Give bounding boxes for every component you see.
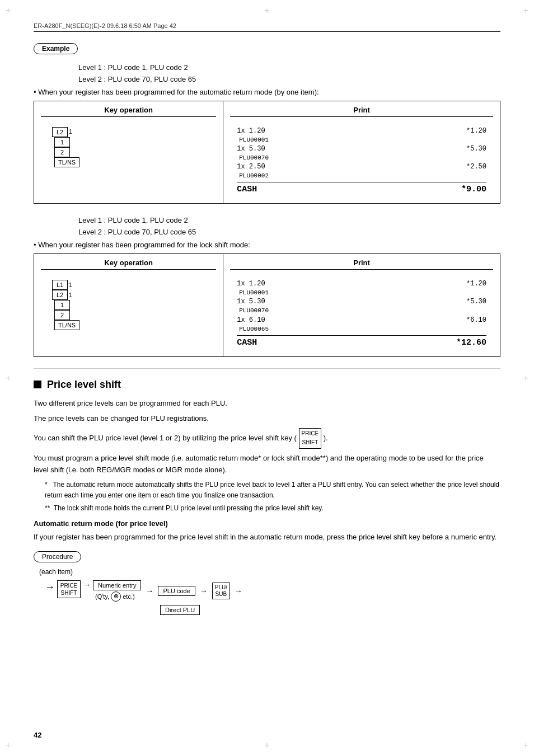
example2-level2: Level 2 : PLU code 70, PLU code 65 [78,227,500,238]
center-mark-bottom: + [264,740,269,750]
price-level-shift-heading: Price level shift [34,379,500,391]
note2: ** The lock shift mode holds the current… [45,503,500,514]
lock-num2: 2 [54,310,70,320]
direct-plu-box: Direct PLU [160,605,200,615]
key-sub2: 2 [54,147,70,157]
each-item-text: (each item) [39,568,500,576]
flow-arrow3: → [200,586,208,595]
receipt-line-3: 1x 2.50 *2.50 PLU00002 [237,162,486,180]
receipt-line-3-main: 1x 2.50 *2.50 [237,162,486,172]
lock-receipt-line-2-main: 1x 5.30 *5.30 [237,297,486,307]
black-square-icon [34,381,41,388]
example1-level2: Level 2 : PLU code 70, PLU code 65 [78,74,500,86]
lock-receipt-line-1-main: 1x 1.20 *1.20 [237,279,486,289]
lock-line-1-text: 1x 1.20 [237,279,265,289]
l2-key-group: L2 1 1 2 TL/NS [52,127,79,167]
flow-arrow2: → [146,586,153,595]
para3-text: You can shift the PLU price level (level… [34,434,297,442]
receipt-line-3-amount: *2.50 [466,162,486,172]
example1-level1: Level 1 : PLU code 1, PLU code 2 [78,62,500,74]
receipt-line-2-amount: *5.30 [466,144,486,154]
key-sub1: 1 [54,137,70,147]
plu-sub-line1: PLU/ [215,584,227,591]
header-bar: ER-A280F_N(SEEG)(E)-2 09.6.18 6:50 AM Pa… [34,22,500,32]
key-row-l2: L2 1 1 2 TL/NS [52,127,79,167]
flow-arrow4: → [235,586,242,595]
receipt-line-2-text: 1x 5.30 [237,144,265,154]
receipt-auto: 1x 1.20 *1.20 PLU00001 1x 5.30 *5.30 PLU… [230,121,493,199]
plu-sub-line2: SUB [215,591,227,598]
l2-sub1: 1 [69,129,72,135]
flow-price-shift-key: PRICE SHIFT [57,580,81,598]
body-para1: Two different price levels can be progra… [34,397,500,409]
lock-line-1-amount: *1.20 [466,279,486,289]
example1-when: • When your register has been programmed… [34,88,500,96]
flow-top-branch: Numeric entry (Q'ty, ⊗ etc.) → PLU code … [93,580,245,602]
header-text: ER-A280F_N(SEEG)(E)-2 09.6.18 6:50 AM Pa… [34,22,176,29]
lock-line-2-amount: *5.30 [466,297,486,307]
receipt-line-3-sub: PLU00002 [239,172,486,180]
qty-note: (Q'ty, ⊗ etc.) [95,591,135,602]
center-mark-right: + [523,373,528,383]
plu-code-box: PLU code [158,586,195,596]
l2-row: L2 1 [52,127,72,137]
corner-mark-br: + [523,740,528,750]
num1-key: 1 [54,137,70,147]
body-para4: You must program a price level shift mod… [34,452,500,476]
key-tlns: TL/NS [54,157,79,167]
print-col-lock: Print 1x 1.20 *1.20 PLU00001 1x 5.30 *5.… [223,253,500,357]
example2-level1: Level 1 : PLU code 1, PLU code 2 [78,215,500,227]
receipt-line-2: 1x 5.30 *5.30 PLU00070 [237,144,486,162]
body-para2: The price levels can be changed for PLU … [34,412,500,424]
loop-arrow: → [45,581,55,593]
note2-text: The lock shift mode holds the current PL… [54,504,324,512]
auto-return-heading: Automatic return mode (for price level) [34,519,500,528]
receipt-total-lock: CASH *12.60 [237,335,486,348]
num2-key: 2 [54,147,70,157]
key-area-lock: L1 1 L2 1 1 2 TL/NS [41,274,216,336]
lock-tlns-key: TL/NS [54,320,79,330]
flow-branch: Numeric entry (Q'ty, ⊗ etc.) → PLU code … [93,580,245,615]
plu-sub-box: PLU/ SUB [212,583,230,599]
lock-tlns: TL/NS [54,320,79,330]
note1: * The automatic return mode automaticall… [45,480,500,501]
numeric-entry-group: Numeric entry (Q'ty, ⊗ etc.) [93,580,141,602]
example1-levels: Level 1 : PLU code 1, PLU code 2 Level 2… [78,62,500,86]
example2-table: Key operation L1 1 L2 1 1 2 [34,253,500,357]
price-level-shift-title: Price level shift [47,379,121,391]
corner-mark-tr: + [523,6,528,16]
print-col-auto: Print 1x 1.20 *1.20 PLU00001 1x 5.30 *5.… [223,101,500,204]
print-header-lock: Print [230,259,493,270]
numeric-entry-box: Numeric entry [93,580,141,590]
lock-receipt-line-3-main: 1x 6.10 *6.10 [237,315,486,325]
lock-receipt-line-3: 1x 6.10 *6.10 PLU00065 [237,315,486,333]
corner-mark-bl: + [6,740,11,750]
example2-levels: Level 1 : PLU code 1, PLU code 2 Level 2… [78,215,500,238]
tlns-key: TL/NS [54,157,79,167]
receipt-total-auto: CASH *9.00 [237,182,486,194]
l2-lock-row: L2 1 [52,290,72,300]
flow-price-shift-line1: PRICE [60,582,78,589]
receipt-line-1-main: 1x 1.20 *1.20 [237,126,486,136]
flow-bottom-branch: Direct PLU [160,605,200,615]
auto-return-desc: If your register has been programmed for… [34,531,500,543]
note1-text: The automatic return mode automatically … [45,481,499,499]
lock-line-3-amount: *6.10 [466,315,486,325]
receipt-line-1-text: 1x 1.20 [237,126,265,136]
flow-arrow1: → [83,580,91,589]
receipt-line-1-amount: *1.20 [466,126,486,136]
procedure-badge: Procedure [34,551,81,562]
key-op-header: Key operation [41,106,216,117]
receipt-line-2-main: 1x 5.30 *5.30 [237,144,486,154]
receipt-total-lock-amount: *12.60 [456,338,486,348]
flow-price-shift-line2: SHIFT [60,589,78,597]
lock-line-2-sub: PLU00070 [239,307,486,314]
example2-when: • When your register has been programmed… [34,241,500,249]
center-mark-top: + [264,6,269,16]
receipt-line-2-sub: PLU00070 [239,154,486,162]
l2-lock-sub: 1 [69,292,72,298]
lock-line-3-sub: PLU00065 [239,325,486,333]
receipt-total-auto-label: CASH [237,185,257,194]
receipt-line-1: 1x 1.20 *1.20 PLU00001 [237,126,486,144]
print-header: Print [230,106,493,117]
